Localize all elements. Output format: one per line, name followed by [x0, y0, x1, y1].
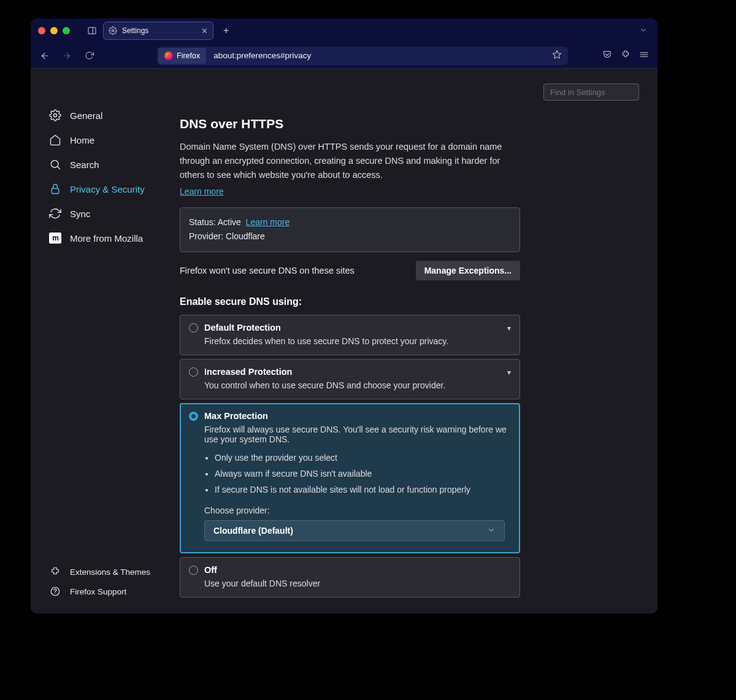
home-icon: [49, 134, 61, 146]
option-increased-protection[interactable]: Increased Protection ▾ You control when …: [180, 359, 520, 399]
firefox-logo-icon: [164, 52, 173, 60]
provider-label: Provider: Cloudflare: [189, 229, 511, 244]
settings-search-input[interactable]: [543, 83, 639, 101]
option-title: Increased Protection: [204, 367, 292, 377]
option-title: Default Protection: [204, 323, 281, 333]
puzzle-icon: [49, 566, 61, 578]
svg-point-10: [51, 160, 58, 167]
radio-icon: [189, 323, 198, 333]
reload-button[interactable]: [80, 47, 98, 65]
gear-icon: [49, 109, 61, 121]
chevron-down-icon[interactable]: ▾: [507, 368, 511, 377]
bullet-item: Only use the provider you select: [215, 453, 511, 463]
sidebar-item-label: Sync: [70, 209, 90, 219]
extensions-icon[interactable]: [621, 50, 631, 61]
choose-provider-label: Choose provider:: [204, 506, 511, 515]
sidebar-item-label: Firefox Support: [70, 587, 126, 596]
identity-label: Firefox: [177, 52, 200, 60]
exceptions-row: Firefox won't use secure DNS on these si…: [180, 261, 520, 280]
option-subtitle: Firefox decides when to use secure DNS t…: [204, 336, 511, 346]
svg-rect-0: [88, 28, 96, 34]
sidebar-item-label: General: [70, 110, 102, 121]
help-icon: [49, 585, 61, 598]
url-bar[interactable]: Firefox about:preferences#privacy: [157, 47, 568, 65]
option-off[interactable]: Off Use your default DNS resolver: [180, 557, 520, 598]
settings-content: General Home Search Privacy & Security S…: [31, 69, 657, 613]
url-text: about:preferences#privacy: [207, 51, 311, 60]
option-subtitle: You control when to use secure DNS and c…: [204, 380, 511, 390]
settings-main: DNS over HTTPS Domain Name System (DNS) …: [175, 69, 657, 613]
chevron-down-icon: [487, 526, 496, 536]
sidebar-item-search[interactable]: Search: [49, 152, 175, 177]
maximize-window-button[interactable]: [63, 27, 70, 34]
new-tab-button[interactable]: +: [218, 23, 234, 39]
svg-point-2: [112, 29, 114, 32]
option-default-protection[interactable]: Default Protection ▾ Firefox decides whe…: [180, 315, 520, 355]
identity-box[interactable]: Firefox: [158, 48, 206, 64]
titlebar: Settings ✕ +: [31, 18, 657, 43]
option-title: Off: [204, 565, 217, 575]
sidebar-item-support[interactable]: Firefox Support: [49, 582, 175, 601]
back-button[interactable]: [36, 47, 54, 65]
sidebar-toggle-icon[interactable]: [86, 25, 98, 37]
tab-title: Settings: [122, 26, 148, 35]
radio-icon: [189, 367, 198, 377]
hamburger-menu-icon[interactable]: [639, 50, 649, 61]
svg-line-11: [58, 167, 60, 169]
sidebar-item-label: Home: [70, 135, 94, 145]
option-subtitle: Firefox will always use secure DNS. You'…: [204, 425, 511, 444]
sidebar-item-label: Extensions & Themes: [70, 567, 150, 577]
sidebar-item-general[interactable]: General: [49, 103, 175, 128]
minimize-window-button[interactable]: [50, 27, 58, 34]
browser-window: Settings ✕ + Firefox about:preferences#p…: [31, 18, 657, 613]
lock-icon: [49, 183, 61, 195]
list-all-tabs-button[interactable]: [639, 26, 648, 36]
provider-dropdown[interactable]: Cloudflare (Default): [204, 520, 505, 541]
option-max-protection[interactable]: Max Protection Firefox will always use s…: [180, 403, 520, 553]
manage-exceptions-button[interactable]: Manage Exceptions...: [416, 261, 520, 280]
svg-marker-5: [553, 50, 561, 58]
sidebar-item-privacy[interactable]: Privacy & Security: [49, 177, 175, 201]
radio-icon: [189, 566, 198, 575]
radio-selected-icon: [189, 412, 198, 421]
status-label: Status: Active: [189, 217, 241, 227]
search-icon: [49, 158, 61, 171]
section-title: DNS over HTTPS: [180, 117, 639, 131]
bullet-item: If secure DNS is not available sites wil…: [215, 485, 511, 494]
sync-icon: [49, 207, 61, 220]
status-box: Status: Active Learn more Provider: Clou…: [180, 207, 520, 253]
forward-button[interactable]: [58, 47, 76, 65]
sidebar-item-label: Privacy & Security: [70, 184, 145, 194]
close-tab-button[interactable]: ✕: [201, 26, 208, 36]
bullet-item: Always warn if secure DNS isn't availabl…: [215, 469, 511, 479]
settings-sidebar: General Home Search Privacy & Security S…: [31, 69, 175, 613]
navigation-toolbar: Firefox about:preferences#privacy: [31, 43, 657, 69]
pocket-icon[interactable]: [602, 50, 612, 61]
sidebar-item-sync[interactable]: Sync: [49, 201, 175, 226]
sidebar-item-label: More from Mozilla: [70, 233, 143, 244]
svg-rect-12: [52, 188, 59, 193]
learn-more-link[interactable]: Learn more: [180, 187, 224, 196]
enable-heading: Enable secure DNS using:: [180, 296, 639, 307]
svg-point-9: [54, 114, 57, 117]
mozilla-icon: m: [49, 232, 61, 244]
provider-value: Cloudflare (Default): [213, 526, 293, 536]
gear-icon: [109, 26, 117, 35]
sidebar-item-label: Search: [70, 160, 99, 170]
sidebar-item-extensions[interactable]: Extensions & Themes: [49, 562, 175, 582]
bookmark-star-icon[interactable]: [552, 50, 562, 61]
option-subtitle: Use your default DNS resolver: [204, 579, 511, 588]
section-description: Domain Name System (DNS) over HTTPS send…: [180, 140, 523, 183]
window-controls: [38, 27, 70, 34]
tab-settings[interactable]: Settings ✕: [103, 21, 213, 40]
chevron-down-icon[interactable]: ▾: [507, 324, 511, 333]
status-learn-more-link[interactable]: Learn more: [246, 217, 290, 227]
exceptions-text: Firefox won't use secure DNS on these si…: [180, 266, 355, 275]
close-window-button[interactable]: [38, 27, 45, 34]
sidebar-item-more-mozilla[interactable]: m More from Mozilla: [49, 226, 175, 250]
sidebar-item-home[interactable]: Home: [49, 128, 175, 152]
option-title: Max Protection: [204, 411, 268, 421]
